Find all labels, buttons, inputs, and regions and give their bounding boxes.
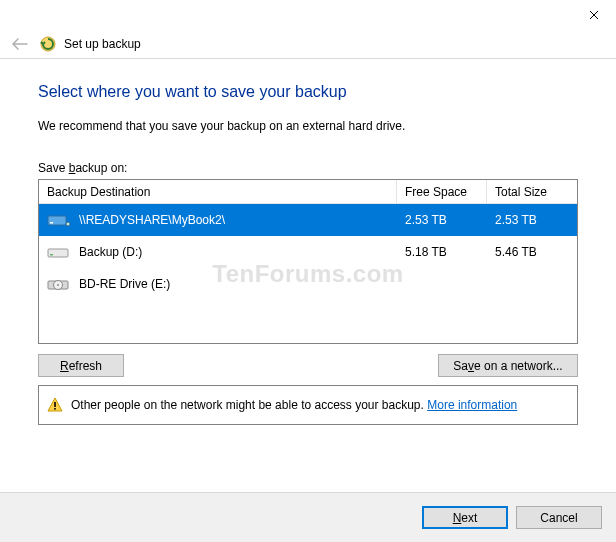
- optical-drive-icon: [47, 276, 71, 292]
- list-item[interactable]: Backup (D:) 5.18 TB 5.46 TB: [39, 236, 577, 268]
- hdd-icon: [47, 244, 71, 260]
- footer: Next Cancel: [0, 492, 616, 542]
- next-button[interactable]: Next: [422, 506, 508, 529]
- network-drive-icon: [47, 212, 71, 228]
- svg-rect-5: [50, 254, 53, 256]
- column-destination[interactable]: Backup Destination: [39, 180, 397, 203]
- destination-list[interactable]: Backup Destination Free Space Total Size…: [38, 179, 578, 344]
- column-total-size[interactable]: Total Size: [487, 180, 577, 203]
- back-button[interactable]: [8, 32, 32, 56]
- list-item[interactable]: BD-RE Drive (E:): [39, 268, 577, 300]
- free-space: 5.18 TB: [397, 245, 487, 259]
- save-on-network-button[interactable]: Save on a network...: [438, 354, 578, 377]
- destination-name: BD-RE Drive (E:): [79, 277, 170, 291]
- close-button[interactable]: [571, 0, 616, 30]
- info-text: Other people on the network might be abl…: [71, 398, 517, 412]
- recommendation-text: We recommend that you save your backup o…: [38, 119, 578, 133]
- svg-rect-2: [50, 222, 53, 224]
- total-size: 2.53 TB: [487, 213, 577, 227]
- list-item[interactable]: \\READYSHARE\MyBook2\ 2.53 TB 2.53 TB: [39, 204, 577, 236]
- free-space: 2.53 TB: [397, 213, 487, 227]
- svg-point-8: [57, 284, 59, 286]
- more-information-link[interactable]: More information: [427, 398, 517, 412]
- svg-rect-10: [54, 408, 56, 410]
- refresh-button[interactable]: Refresh: [38, 354, 124, 377]
- action-row: Refresh Save on a network...: [38, 354, 578, 377]
- close-icon: [589, 10, 599, 20]
- svg-rect-4: [48, 249, 68, 257]
- destination-name: \\READYSHARE\MyBook2\: [79, 213, 225, 227]
- destination-name: Backup (D:): [79, 245, 142, 259]
- title-bar: [0, 0, 616, 30]
- window-title: Set up backup: [64, 37, 141, 51]
- svg-rect-9: [54, 402, 56, 407]
- app-icon: [40, 36, 56, 52]
- svg-rect-1: [48, 216, 66, 225]
- list-header: Backup Destination Free Space Total Size: [39, 180, 577, 204]
- dialog-body: Select where you want to save your backu…: [0, 58, 616, 492]
- back-arrow-icon: [11, 37, 29, 51]
- header-row: Set up backup: [0, 30, 616, 58]
- svg-point-3: [66, 222, 70, 226]
- save-backup-label: Save backup on:: [38, 161, 578, 175]
- page-heading: Select where you want to save your backu…: [38, 83, 578, 101]
- total-size: 5.46 TB: [487, 245, 577, 259]
- warning-icon: [47, 397, 63, 413]
- cancel-button[interactable]: Cancel: [516, 506, 602, 529]
- info-box: Other people on the network might be abl…: [38, 385, 578, 425]
- column-free-space[interactable]: Free Space: [397, 180, 487, 203]
